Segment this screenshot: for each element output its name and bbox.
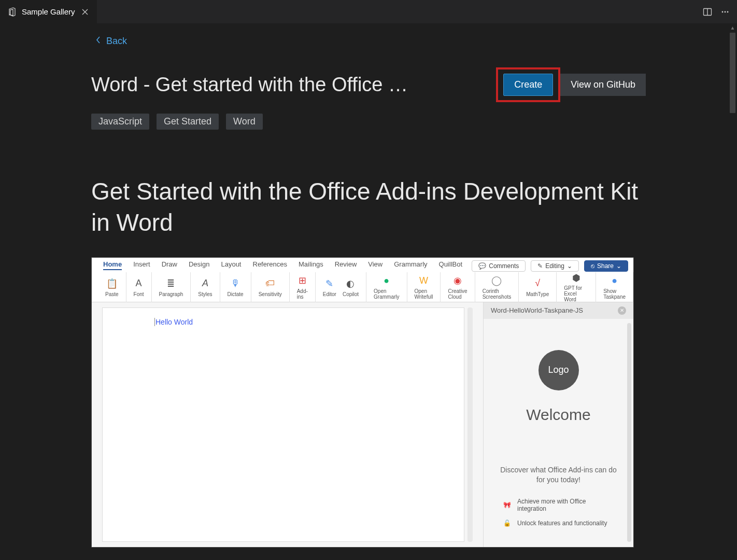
preview-screenshot: Home Insert Draw Design Layout Reference… (91, 257, 634, 548)
tool-mathtype: √MathType (519, 272, 557, 302)
feature-item: 🔓Unlock features and functionality (503, 520, 614, 527)
chevron-down-icon: ⌄ (616, 262, 621, 270)
ribbon-tab-insert: Insert (133, 260, 150, 270)
ribbon-tab-review: Review (335, 260, 357, 270)
tool-paragraph: ≣Paragraph (152, 272, 191, 302)
header-row: Word - Get started with the Office … Cre… (91, 67, 646, 102)
document-page: Hello World (102, 307, 464, 542)
comments-pill: 💬Comments (472, 260, 526, 272)
lock-icon: 🔓 (503, 520, 511, 527)
pencil-icon: ✎ (537, 262, 543, 270)
ribbon-right: 💬Comments ✎Editing⌄ ⎋Share⌄ (472, 260, 628, 272)
logo-icon: Logo (538, 350, 579, 390)
feature-item: 🎀Achieve more with Office integration (503, 498, 614, 512)
tool-addins: ⊞Add-ins (290, 272, 316, 302)
ribbon: Home Insert Draw Design Layout Reference… (92, 258, 633, 302)
split-editor-icon[interactable] (703, 7, 712, 17)
tab-bar: Sample Gallery (0, 0, 737, 23)
button-group: Create View on GitHub (496, 67, 646, 102)
tag-get-started: Get Started (157, 114, 219, 130)
taskpane-scrollbar (627, 323, 631, 542)
svg-point-2 (722, 11, 724, 12)
preview-body: Hello World Word-HelloWorld-Taskpane-JS … (92, 302, 633, 547)
tool-writefull: WOpen Writefull (407, 272, 441, 302)
taskpane-title: Word-HelloWorld-Taskpane-JS (491, 306, 583, 314)
share-pill: ⎋Share⌄ (584, 260, 628, 272)
ribbon-icon: 🎀 (503, 501, 511, 509)
ribbon-tab-layout: Layout (221, 260, 241, 270)
ribbon-tabs: Home Insert Draw Design Layout Reference… (92, 258, 490, 270)
ribbon-tab-draw: Draw (162, 260, 177, 270)
ribbon-tab-grammarly: Grammarly (394, 260, 427, 270)
tool-show-taskpane: ●Show Taskpane (596, 272, 633, 302)
page-title: Word - Get started with the Office … (91, 74, 475, 96)
tool-corinth: ◯Corinth Screenshots (475, 272, 519, 302)
article-heading: Get Started with the Office Add-ins Deve… (91, 176, 646, 239)
create-button[interactable]: Create (503, 74, 553, 96)
tool-paste: 📋Paste (98, 272, 126, 302)
tag-word: Word (226, 114, 263, 130)
taskpane-header: Word-HelloWorld-Taskpane-JS ✕ (484, 302, 633, 319)
taskpane-close-icon: ✕ (618, 306, 626, 315)
svg-point-3 (725, 11, 726, 12)
view-on-github-button[interactable]: View on GitHub (560, 74, 646, 96)
ribbon-tab-references: References (253, 260, 287, 270)
close-icon[interactable] (80, 7, 90, 17)
tool-font: AFont (126, 272, 152, 302)
scrollbar-up-icon[interactable]: ▲ (728, 23, 737, 32)
svg-point-4 (727, 11, 729, 12)
create-highlight-box: Create (496, 67, 560, 102)
welcome-heading: Welcome (526, 406, 590, 424)
document-text: Hello World (154, 318, 193, 326)
feature-list: 🎀Achieve more with Office integration 🔓U… (494, 498, 623, 534)
chevron-left-icon (95, 36, 101, 47)
tab-title: Sample Gallery (22, 7, 75, 16)
comment-icon: 💬 (478, 262, 486, 270)
ribbon-tab-mailings: Mailings (299, 260, 323, 270)
ribbon-tools: 📋Paste AFont ≣Paragraph AStyles 🎙Dictate… (98, 272, 633, 302)
tool-grammarly: ●Open Grammarly (366, 272, 407, 302)
tool-copilot: ◐Copilot (339, 272, 366, 302)
share-icon: ⎋ (591, 262, 594, 270)
tab-actions (703, 7, 737, 17)
tags-row: JavaScript Get Started Word (91, 114, 646, 130)
document-scrollbar (467, 307, 473, 542)
tool-styles: AStyles (191, 272, 220, 302)
document-area: Hello World (92, 302, 483, 547)
page-scrollbar[interactable]: ▲ (728, 23, 737, 560)
tab-sample-gallery[interactable]: Sample Gallery (0, 0, 97, 23)
office-icon (7, 7, 17, 17)
taskpane: Word-HelloWorld-Taskpane-JS ✕ Logo Welco… (483, 302, 633, 547)
content-area: Back Word - Get started with the Office … (0, 23, 737, 560)
back-label: Back (106, 36, 127, 47)
tool-creative-cloud: ◉Creative Cloud (441, 272, 475, 302)
back-link[interactable]: Back (95, 36, 127, 47)
ribbon-tab-design: Design (189, 260, 209, 270)
more-actions-icon[interactable] (720, 7, 730, 17)
chevron-down-icon: ⌄ (567, 262, 572, 270)
tag-javascript: JavaScript (91, 114, 149, 130)
tool-sensitivity: 🏷Sensitivity (251, 272, 290, 302)
tool-gpt: ⬢GPT for Excel Word (557, 272, 596, 302)
tool-dictate: 🎙Dictate (220, 272, 251, 302)
editing-pill: ✎Editing⌄ (531, 260, 579, 272)
taskpane-content: Logo Welcome Discover what Office Add-in… (484, 319, 633, 547)
discover-text: Discover what Office Add-ins can do for … (494, 465, 623, 485)
tool-editor: ✎Editor (316, 272, 339, 302)
ribbon-tab-home: Home (103, 260, 122, 270)
ribbon-tab-quillbot: QuillBot (439, 260, 463, 270)
scrollbar-thumb[interactable] (730, 33, 735, 113)
ribbon-tab-view: View (368, 260, 382, 270)
